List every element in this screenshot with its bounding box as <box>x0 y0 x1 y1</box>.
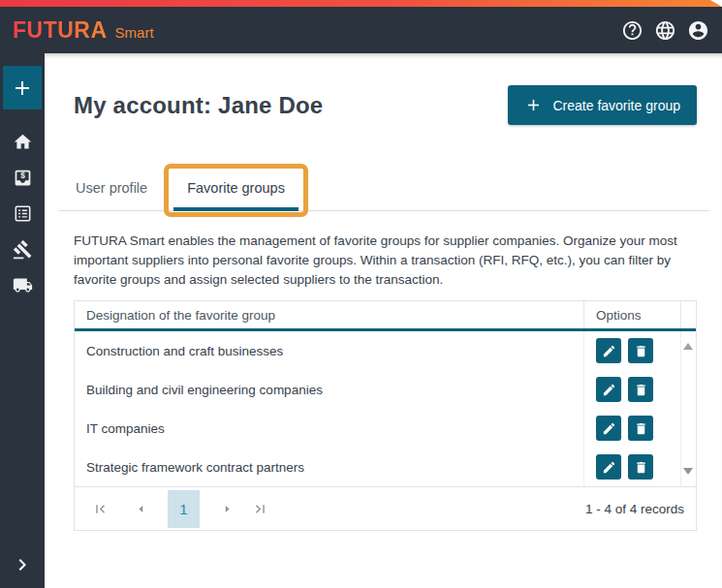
favorite-group-name: Building and civil engineering companies <box>75 370 584 409</box>
row-options-cell <box>584 331 681 370</box>
tab-bar: User profile Favorite groups <box>59 170 709 211</box>
chevron-right-icon <box>11 553 34 576</box>
scrollbar-down-arrow-icon[interactable] <box>683 468 693 475</box>
delete-trash-icon <box>634 344 648 358</box>
plus-icon <box>11 77 34 100</box>
edit-button[interactable] <box>596 377 621 402</box>
header-actions <box>621 19 709 42</box>
app-header: FUTURA Smart <box>0 7 722 53</box>
column-header-options: Options <box>584 301 681 328</box>
create-favorite-group-button[interactable]: Create favorite group <box>508 85 697 125</box>
table-header-row: Designation of the favorite group Option… <box>75 301 696 331</box>
app-logo[interactable]: FUTURA Smart <box>13 17 154 44</box>
brand-accent-strip <box>0 0 722 7</box>
main-content: My account: Jane Doe Create favorite gro… <box>45 53 722 588</box>
last-page-icon <box>252 501 268 517</box>
delete-button[interactable] <box>628 416 653 441</box>
scrollbar-track[interactable] <box>681 370 696 409</box>
create-favorite-group-label: Create favorite group <box>552 98 680 113</box>
table-row: IT companies <box>75 409 696 448</box>
delete-trash-icon <box>634 383 648 397</box>
plus-icon <box>524 96 543 114</box>
scrollbar-track[interactable] <box>681 448 696 486</box>
delete-button[interactable] <box>628 454 653 480</box>
page-description: FUTURA Smart enables the management of f… <box>74 232 713 290</box>
sidebar-item-transactions[interactable] <box>13 203 33 224</box>
app-body: $ My account: Jane Doe <box>0 53 722 588</box>
table-pagination: 1 1 - 4 of 4 records <box>75 486 696 530</box>
table-row: Construction and craft businesses <box>75 331 696 370</box>
gavel-icon <box>13 239 33 260</box>
favorite-group-name: IT companies <box>75 409 584 448</box>
tab-favorite-groups[interactable]: Favorite groups <box>173 170 298 211</box>
favorite-group-name: Construction and craft businesses <box>75 331 584 370</box>
edit-pencil-icon <box>602 460 616 475</box>
scrollbar-up-arrow-icon[interactable] <box>683 343 693 350</box>
sidebar: $ <box>0 53 45 588</box>
first-page-button[interactable] <box>92 501 109 517</box>
app-window: FUTURA Smart $ <box>0 0 722 588</box>
edit-button[interactable] <box>596 454 621 480</box>
edit-pencil-icon <box>602 421 616 436</box>
checklist-icon <box>13 203 33 224</box>
tab-user-profile[interactable]: User profile <box>74 170 149 210</box>
delete-button[interactable] <box>628 338 653 363</box>
sidebar-nav: $ <box>13 132 33 295</box>
sidebar-item-deliveries[interactable] <box>13 275 33 295</box>
edit-button[interactable] <box>596 338 621 363</box>
table-body: Construction and craft businesses Buildi… <box>75 331 696 486</box>
row-options-cell <box>584 409 681 448</box>
sidebar-item-price-requests[interactable]: $ <box>13 168 33 188</box>
favorite-groups-table: Designation of the favorite group Option… <box>74 300 697 531</box>
sidebar-create-button[interactable] <box>3 66 42 109</box>
tab-favorite-groups-label: Favorite groups <box>187 180 285 196</box>
scrollbar-track[interactable] <box>681 331 696 370</box>
delete-button[interactable] <box>628 377 653 402</box>
sidebar-item-home[interactable] <box>13 132 33 152</box>
home-icon <box>13 132 33 152</box>
first-page-icon <box>92 501 109 517</box>
logo-brand-text: FUTURA <box>13 17 108 44</box>
language-globe-icon[interactable] <box>654 19 676 42</box>
scrollbar-track[interactable] <box>681 409 696 448</box>
records-count-label: 1 - 4 of 4 records <box>585 502 686 516</box>
inbox-dollar-icon: $ <box>13 168 33 188</box>
edit-button[interactable] <box>596 416 621 441</box>
next-page-button[interactable] <box>219 501 235 517</box>
help-icon[interactable] <box>621 19 644 42</box>
svg-text:$: $ <box>20 170 25 180</box>
previous-page-icon <box>133 501 149 517</box>
scrollbar-header-spacer <box>681 301 696 328</box>
table-row: Building and civil engineering companies <box>75 370 696 409</box>
table-row: Strategic framework contract partners <box>75 448 696 486</box>
last-page-button[interactable] <box>252 501 268 517</box>
table-rows-container: Construction and craft businesses Buildi… <box>75 331 696 486</box>
row-options-cell <box>584 370 681 409</box>
sidebar-expand-button[interactable] <box>11 553 34 576</box>
row-options-cell <box>584 448 681 486</box>
edit-pencil-icon <box>602 383 616 397</box>
delete-trash-icon <box>634 421 648 436</box>
truck-icon <box>13 275 33 295</box>
current-page-button[interactable]: 1 <box>168 490 200 528</box>
sidebar-item-auctions[interactable] <box>13 239 33 260</box>
favorite-group-name: Strategic framework contract partners <box>75 448 584 486</box>
previous-page-button[interactable] <box>133 501 149 517</box>
column-header-designation[interactable]: Designation of the favorite group <box>75 301 584 328</box>
edit-pencil-icon <box>602 344 616 358</box>
page-title: My account: Jane Doe <box>74 92 323 119</box>
page-header: My account: Jane Doe Create favorite gro… <box>74 85 697 125</box>
next-page-icon <box>219 501 235 517</box>
delete-trash-icon <box>634 460 648 475</box>
account-icon[interactable] <box>687 19 709 42</box>
logo-suffix-text: Smart <box>115 24 154 41</box>
